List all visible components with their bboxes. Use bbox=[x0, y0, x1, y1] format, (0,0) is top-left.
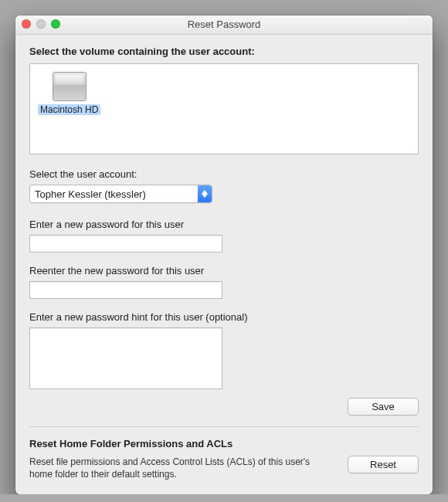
volume-item-label: Macintosh HD bbox=[38, 104, 100, 115]
svg-marker-1 bbox=[202, 194, 208, 198]
user-account-label: Select the user account: bbox=[29, 168, 419, 180]
minimize-icon bbox=[36, 19, 46, 29]
user-account-selected: Topher Kessler (tkessler) bbox=[30, 188, 198, 200]
window-controls bbox=[22, 19, 60, 29]
new-password-label: Enter a new password for this user bbox=[29, 219, 419, 230]
titlebar: Reset Password bbox=[15, 15, 433, 35]
password-hint-label: Enter a new password hint for this user … bbox=[29, 311, 419, 323]
confirm-password-label: Reenter the new password for this user bbox=[29, 265, 419, 276]
section-divider bbox=[29, 426, 419, 427]
select-arrows-icon bbox=[198, 185, 212, 202]
volume-list[interactable]: Macintosh HD bbox=[29, 63, 419, 154]
close-icon[interactable] bbox=[22, 19, 31, 29]
save-button[interactable]: Save bbox=[348, 398, 419, 416]
user-account-select[interactable]: Topher Kessler (tkessler) bbox=[29, 185, 212, 203]
volume-heading: Select the volume containing the user ac… bbox=[29, 46, 419, 57]
window-title: Reset Password bbox=[15, 15, 433, 34]
zoom-icon[interactable] bbox=[51, 19, 60, 29]
window-content: Select the volume containing the user ac… bbox=[15, 35, 433, 494]
password-hint-input[interactable] bbox=[29, 327, 222, 389]
hard-drive-icon bbox=[53, 72, 87, 101]
acl-description: Reset file permissions and Access Contro… bbox=[29, 456, 332, 480]
acl-heading: Reset Home Folder Permissions and ACLs bbox=[29, 438, 419, 449]
confirm-password-input[interactable] bbox=[29, 281, 222, 299]
reset-button[interactable]: Reset bbox=[348, 456, 419, 473]
new-password-input[interactable] bbox=[29, 235, 222, 253]
reset-password-window: Reset Password Select the volume contain… bbox=[15, 15, 433, 494]
volume-item-macintosh-hd[interactable]: Macintosh HD bbox=[36, 69, 102, 117]
